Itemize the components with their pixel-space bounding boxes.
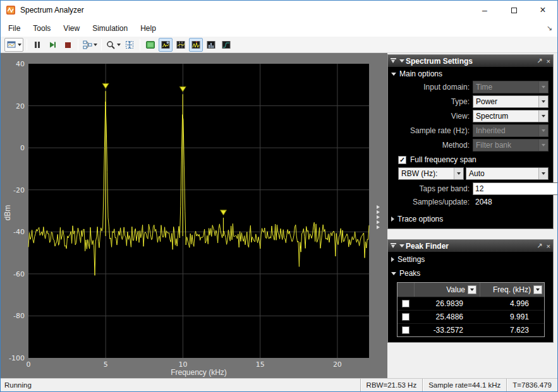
x-axis-title: Frequency (kHz) — [28, 368, 369, 377]
fit-to-view-icon — [124, 40, 135, 50]
taps-per-band-input[interactable] — [473, 182, 558, 195]
section-expand-icon — [391, 217, 394, 222]
collapse-panel-icon[interactable] — [399, 244, 404, 247]
menu-file[interactable]: File — [2, 21, 27, 36]
spectrum-settings-toggle[interactable] — [159, 38, 173, 52]
freq-filter-button[interactable] — [533, 285, 542, 294]
step-forward-button[interactable] — [45, 38, 59, 52]
sample-rate-label: Sample rate (Hz): — [388, 126, 473, 135]
menu-tools[interactable]: Tools — [27, 21, 57, 36]
undock-icon[interactable]: ↗ — [537, 57, 542, 65]
minimize-button[interactable]: – — [470, 1, 499, 20]
spectrum-analyzer-window: Spectrum Analyzer – × File Tools View Si… — [0, 0, 558, 392]
peak-freq: 9.991 — [480, 312, 545, 321]
spectral-mask-toggle[interactable] — [219, 38, 233, 52]
menu-help[interactable]: Help — [134, 21, 162, 36]
signal-selector-button[interactable] — [82, 38, 98, 52]
peaks-section[interactable]: Peaks — [388, 267, 553, 280]
title-bar: Spectrum Analyzer – × — [1, 1, 557, 20]
peak-row: 26.9839 4.996 — [397, 297, 544, 310]
splitter-expand-arrows[interactable] — [377, 205, 380, 230]
pin-icon[interactable] — [391, 243, 396, 249]
toolbar-separator — [140, 39, 140, 50]
cursor-measurements-toggle[interactable] — [174, 38, 188, 52]
view-combo[interactable]: Spectrum — [473, 110, 549, 122]
full-frequency-span-label: Full frequency span — [410, 155, 476, 164]
full-frequency-span-row: ✓ Full frequency span — [388, 153, 553, 166]
screenshot-button[interactable] — [143, 38, 157, 52]
type-row: Type: Power — [388, 94, 553, 109]
method-label: Method: — [388, 141, 473, 150]
step-forward-icon — [47, 40, 58, 50]
type-combo[interactable]: Power — [473, 95, 549, 108]
input-domain-combo: Time — [473, 81, 549, 93]
chevron-down-icon — [538, 96, 548, 107]
value-filter-button[interactable] — [468, 285, 476, 294]
status-time: T=7836.479 — [506, 379, 557, 391]
menu-simulation[interactable]: Simulation — [86, 21, 134, 36]
menu-view[interactable]: View — [57, 21, 86, 36]
chevron-down-icon — [538, 110, 548, 122]
chevron-down-icon — [538, 140, 548, 151]
settings-section[interactable]: Settings — [388, 253, 553, 266]
distortion-measurements-toggle[interactable] — [204, 38, 218, 52]
peak-row: -33.2572 7.623 — [397, 323, 544, 336]
close-button[interactable]: × — [528, 1, 557, 20]
zoom-icon — [106, 40, 116, 50]
trace-options-section[interactable]: Trace options — [388, 213, 553, 225]
maximize-button[interactable] — [499, 1, 528, 20]
main-options-section[interactable]: Main options — [388, 68, 553, 80]
peak-finder-header: Peak Finder ↗ × — [388, 240, 553, 252]
peak-row: 25.4886 9.991 — [397, 310, 544, 323]
spectral-mask-icon — [221, 40, 231, 50]
close-panel-icon[interactable]: × — [547, 242, 550, 250]
value-column-header: Value — [414, 283, 480, 297]
spectrum-settings-panel: Spectrum Settings ↗ × Main options Input… — [387, 54, 554, 229]
stop-button[interactable] — [61, 38, 75, 52]
sample-rate-row: Sample rate (Hz): Inherited — [388, 123, 553, 138]
status-rbw: RBW=21.53 Hz — [360, 379, 423, 391]
input-domain-label: Input domain: — [388, 83, 473, 92]
rbw-row: RBW (Hz): Auto — [388, 166, 553, 181]
cursor-measurements-icon — [176, 40, 186, 50]
maximize-icon — [511, 8, 517, 13]
content-area: 0510152040200-20-40-60-80-100 Frequency … — [1, 53, 557, 378]
collapse-panel-icon[interactable] — [399, 59, 404, 62]
svg-text:20: 20 — [16, 102, 25, 110]
full-frequency-span-checkbox[interactable]: ✓ — [398, 156, 406, 164]
peak-checkbox[interactable] — [402, 313, 409, 321]
taps-per-band-label: Taps per band: — [388, 184, 473, 193]
chevron-down-icon — [117, 44, 121, 46]
close-panel-icon[interactable]: × — [547, 57, 550, 65]
chevron-down-icon — [454, 168, 463, 179]
toolbar-separator — [27, 39, 27, 50]
svg-text:-80: -80 — [13, 312, 25, 320]
peak-checkbox[interactable] — [402, 300, 409, 307]
undock-icon[interactable]: ↗ — [537, 242, 542, 250]
toolbar-separator — [101, 39, 102, 50]
chevron-down-icon — [538, 81, 548, 93]
pause-button[interactable] — [30, 38, 44, 52]
type-label: Type: — [388, 97, 473, 106]
signal-selector-icon — [82, 40, 92, 50]
rbw-label-combo[interactable]: RBW (Hz): — [398, 167, 464, 180]
print-button[interactable] — [4, 38, 23, 52]
chevron-down-icon — [538, 168, 548, 179]
fit-to-view-button[interactable] — [123, 38, 136, 52]
menu-bar: File Tools View Simulation Help ↘ — [1, 20, 557, 37]
pin-icon[interactable] — [391, 58, 396, 64]
peak-checkbox[interactable] — [402, 326, 409, 334]
rbw-value-combo[interactable]: Auto — [466, 167, 549, 180]
view-label: View: — [388, 112, 473, 121]
sample-rate-combo: Inherited — [473, 124, 549, 137]
spectrum-plot[interactable]: 0510152040200-20-40-60-80-100 — [1, 53, 375, 378]
y-axis-title: dBm — [3, 200, 12, 225]
svg-text:0: 0 — [20, 144, 25, 152]
peak-finder-toggle[interactable] — [189, 38, 203, 52]
panel-splitter[interactable] — [375, 53, 387, 378]
zoom-button[interactable] — [105, 38, 121, 52]
chevron-down-icon — [94, 44, 97, 46]
dock-arrow-icon[interactable]: ↘ — [547, 24, 552, 32]
simulation-status: Running — [1, 381, 32, 389]
splitter-arrow-icon — [377, 225, 380, 229]
